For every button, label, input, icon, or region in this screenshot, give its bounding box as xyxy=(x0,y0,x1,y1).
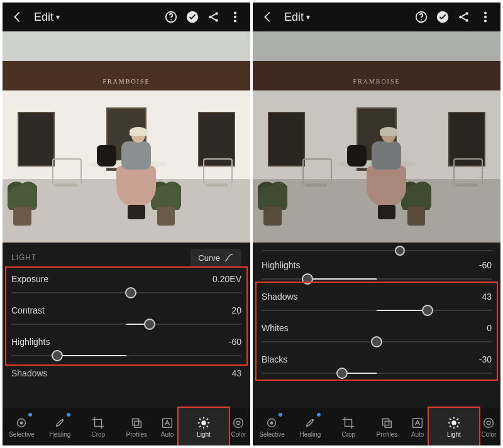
photo-preview[interactable]: FRAMBOISE xyxy=(253,31,500,243)
svg-line-52 xyxy=(450,425,451,427)
curve-icon xyxy=(224,253,234,263)
whites-label: Whites xyxy=(262,323,289,333)
tool-light[interactable]: Light xyxy=(429,408,478,445)
edit-label: Edit xyxy=(284,11,304,24)
panel-title: LIGHT xyxy=(11,253,36,262)
edit-dropdown[interactable]: Edit ▾ xyxy=(34,11,60,24)
svg-line-53 xyxy=(457,418,458,420)
help-icon[interactable] xyxy=(412,8,430,26)
screenshot-left: Edit ▾ FRAMBOISE xyxy=(3,3,250,445)
svg-rect-15 xyxy=(135,421,141,427)
tool-light[interactable]: Light xyxy=(179,408,228,445)
blacks-label: Blacks xyxy=(262,354,287,364)
tool-strip: Selective Healing Crop Profiles A xyxy=(253,408,500,445)
svg-rect-42 xyxy=(383,418,389,425)
confirm-icon[interactable] xyxy=(184,8,201,26)
light-icon xyxy=(447,416,461,430)
curve-button[interactable]: Curve xyxy=(191,249,241,266)
edit-indicator-dot xyxy=(67,413,70,417)
blacks-value: -30 xyxy=(479,354,492,364)
exposure-value: 0.20EV xyxy=(213,274,241,284)
back-icon[interactable] xyxy=(259,8,277,26)
contrast-slider[interactable]: Contrast 20 xyxy=(11,303,241,334)
photo-preview[interactable]: FRAMBOISE xyxy=(3,31,250,243)
contrast-knob[interactable] xyxy=(144,319,155,330)
svg-point-12 xyxy=(57,425,58,426)
shadows-label: Shadows xyxy=(262,292,298,302)
tool-selective[interactable]: Selective xyxy=(253,408,291,445)
svg-point-17 xyxy=(201,420,206,425)
svg-point-5 xyxy=(216,19,218,22)
svg-point-34 xyxy=(484,12,486,14)
app-header: Edit ▾ xyxy=(253,3,500,31)
blacks-slider[interactable]: Blacks -30 xyxy=(262,352,492,383)
svg-point-35 xyxy=(484,16,486,18)
help-icon[interactable] xyxy=(162,8,180,26)
svg-point-38 xyxy=(271,422,274,424)
tool-selective[interactable]: Selective xyxy=(3,408,41,445)
edit-dropdown[interactable]: Edit ▾ xyxy=(284,11,310,24)
share-icon[interactable] xyxy=(455,8,473,26)
exposure-slider[interactable]: Exposure 0.20EV xyxy=(11,271,241,303)
svg-point-1 xyxy=(170,19,172,21)
shadows-value: 43 xyxy=(482,292,492,302)
more-icon[interactable] xyxy=(226,8,244,26)
shadows-value: 43 xyxy=(231,368,241,378)
more-icon[interactable] xyxy=(477,8,494,26)
highlights-label: Highlights xyxy=(11,337,50,347)
highlights-slider[interactable]: Highlights -60 xyxy=(262,258,492,289)
edit-indicator-dot xyxy=(317,413,321,417)
tool-auto[interactable]: Auto xyxy=(156,408,179,445)
shadows-knob[interactable] xyxy=(422,305,433,316)
shadows-slider[interactable]: Shadows 43 xyxy=(262,289,492,320)
tool-auto[interactable]: Auto xyxy=(406,408,429,445)
screenshot-right: Edit ▾ FRAMBOISE xyxy=(253,3,500,445)
whites-knob[interactable] xyxy=(371,336,382,347)
contrast-label: Contrast xyxy=(11,305,45,315)
highlights-label: Highlights xyxy=(262,260,300,270)
blacks-knob[interactable] xyxy=(336,368,348,379)
svg-line-23 xyxy=(207,425,208,427)
svg-rect-14 xyxy=(133,418,139,425)
svg-point-31 xyxy=(460,16,462,18)
tool-profiles[interactable]: Profiles xyxy=(368,408,406,445)
svg-point-36 xyxy=(484,20,486,22)
svg-line-51 xyxy=(457,425,458,427)
highlights-knob[interactable] xyxy=(302,273,313,285)
whites-slider[interactable]: Whites 0 xyxy=(262,320,492,352)
tool-crop[interactable]: Crop xyxy=(329,408,368,445)
tool-healing[interactable]: Healing xyxy=(41,408,79,445)
exposure-label: Exposure xyxy=(11,274,48,284)
confirm-icon[interactable] xyxy=(434,8,451,26)
tool-profiles[interactable]: Profiles xyxy=(118,408,156,445)
tool-crop[interactable]: Crop xyxy=(79,408,118,445)
exposure-knob[interactable] xyxy=(125,287,136,298)
tool-color[interactable]: Color xyxy=(479,408,500,445)
svg-point-13 xyxy=(62,419,64,420)
shadows-label: Shadows xyxy=(11,368,48,378)
svg-point-41 xyxy=(312,419,314,420)
svg-point-6 xyxy=(234,12,236,14)
highlights-value: -60 xyxy=(229,337,241,347)
svg-point-7 xyxy=(234,16,236,18)
tool-color[interactable]: Color xyxy=(229,408,250,445)
app-header: Edit ▾ xyxy=(3,3,250,31)
photo-sign-text: FRAMBOISE xyxy=(102,78,150,85)
svg-line-50 xyxy=(450,418,451,420)
light-icon xyxy=(197,416,211,430)
svg-point-32 xyxy=(466,13,468,15)
highlights-knob[interactable] xyxy=(52,350,63,361)
svg-point-33 xyxy=(466,19,468,22)
highlights-slider[interactable]: Highlights -60 xyxy=(11,334,241,366)
svg-point-10 xyxy=(21,422,23,424)
tool-healing[interactable]: Healing xyxy=(291,408,329,445)
svg-point-8 xyxy=(234,20,236,22)
share-icon[interactable] xyxy=(205,8,223,26)
caret-down-icon: ▾ xyxy=(56,13,60,21)
back-icon[interactable] xyxy=(9,8,26,26)
curve-label: Curve xyxy=(198,253,220,263)
svg-line-24 xyxy=(199,425,201,427)
svg-point-45 xyxy=(451,420,456,425)
shadows-slider-peek[interactable]: Shadows 43 xyxy=(11,366,241,385)
slider-peek-top[interactable] xyxy=(262,245,492,256)
